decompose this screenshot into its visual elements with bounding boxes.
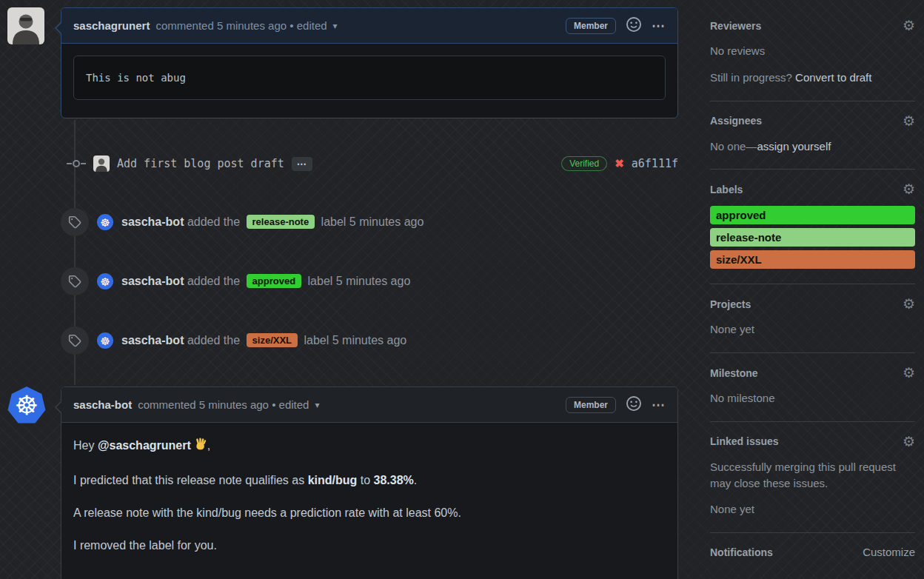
event-badge: [61, 267, 89, 295]
label-chip-release-note[interactable]: release-note: [247, 215, 315, 229]
event-action: added the: [187, 275, 240, 287]
comment-author[interactable]: sascha-bot: [73, 398, 132, 411]
comment-sascha-bot: sascha-bot commented 5 minutes ago • edi…: [61, 386, 678, 579]
kind-bug-bold: kind/bug: [308, 474, 358, 486]
projects-title: Projects: [710, 298, 751, 310]
sidebar-section-reviewers: Reviewers ⚙ No reviews Still in progress…: [710, 19, 915, 101]
comment-meta: commented 5 minutes ago • edited: [138, 398, 309, 411]
commit-author-avatar[interactable]: [93, 155, 110, 172]
event-action: added the: [187, 215, 240, 228]
convert-to-draft-link[interactable]: Convert to draft: [795, 71, 871, 84]
sidebar-section-milestone: Milestone ⚙ No milestone: [710, 353, 915, 422]
label-event-row: ☸ sascha-bot added the approved label 5 …: [61, 267, 678, 295]
comment-paragraph: I removed the label for you.: [73, 539, 666, 552]
sidebar-label-approved[interactable]: approved: [710, 206, 915, 224]
tag-icon: [68, 334, 81, 347]
comment-body: Hey @saschagrunert, I predicted that thi…: [61, 423, 677, 579]
assign-yourself-link[interactable]: assign yourself: [757, 140, 831, 153]
kebab-menu-icon[interactable]: ⋯: [652, 18, 666, 34]
smiley-icon: [626, 17, 641, 32]
reviewers-title: Reviewers: [710, 20, 761, 32]
sidebar-section-labels: Labels ⚙ approved release-note size/XXL: [710, 170, 915, 284]
commit-sha-link[interactable]: a6f111f: [632, 157, 678, 170]
event-badge: [61, 327, 89, 355]
edited-dropdown-caret-icon[interactable]: ▾: [315, 400, 319, 410]
event-suffix: label 5 minutes ago: [308, 275, 411, 287]
comment-header: sascha-bot commented 5 minutes ago • edi…: [61, 387, 677, 423]
gear-icon[interactable]: ⚙: [903, 297, 915, 311]
text: I predicted that this release note quali…: [73, 474, 308, 486]
sidebar-label-size-xxl[interactable]: size/XXL: [710, 250, 915, 269]
avatar-sascha-bot[interactable]: ☸: [97, 214, 113, 230]
comment-paragraph: I predicted that this release note quali…: [73, 474, 666, 487]
label-event-row: ☸ sascha-bot added the release-note labe…: [61, 208, 678, 236]
emoji-reaction-button[interactable]: [626, 396, 641, 413]
person-photo-icon: [7, 7, 44, 44]
linked-issues-empty-text: None yet: [710, 501, 915, 518]
assignees-empty-text: No one—: [710, 140, 757, 153]
tag-icon: [68, 215, 81, 229]
assignees-title: Assignees: [710, 115, 762, 127]
commit-icon: [67, 158, 86, 170]
linked-issues-description: Successfully merging this pull request m…: [710, 459, 915, 492]
customize-link[interactable]: Customize: [863, 546, 915, 558]
pr-sidebar: Reviewers ⚙ No reviews Still in progress…: [710, 19, 915, 573]
text: to: [357, 474, 373, 486]
commit-expander-button[interactable]: ⋯: [292, 157, 312, 171]
sidebar-section-assignees: Assignees ⚙ No one—assign yourself: [710, 101, 915, 170]
comment-header: saschagrunert commented 5 minutes ago • …: [61, 8, 677, 44]
status-failed-x-icon[interactable]: ✖: [615, 157, 624, 170]
text: .: [414, 474, 417, 486]
comment-code-block: This is not abug: [73, 56, 666, 100]
label-chip-approved[interactable]: approved: [247, 274, 302, 288]
comment-paragraph: A release note with the kind/bug needs a…: [73, 506, 666, 520]
gear-icon[interactable]: ⚙: [903, 366, 915, 380]
prediction-rate-bold: 38.38%: [374, 474, 414, 486]
member-badge: Member: [566, 397, 616, 413]
comment-paragraph: Hey @saschagrunert,: [73, 438, 666, 455]
event-actor[interactable]: sascha-bot: [121, 215, 184, 228]
gear-icon[interactable]: ⚙: [903, 182, 915, 196]
avatar-sascha-bot[interactable]: ☸: [97, 332, 113, 349]
milestone-title: Milestone: [710, 367, 758, 379]
text: Hey: [73, 439, 98, 452]
comment-body: This is not abug: [61, 44, 677, 112]
milestone-empty-text: No milestone: [710, 390, 915, 406]
comment-caret: [56, 401, 63, 414]
sidebar-label-release-note[interactable]: release-note: [710, 228, 915, 247]
comment-author[interactable]: saschagrunert: [73, 19, 150, 32]
avatar-sascha-bot[interactable]: ☸: [97, 273, 113, 290]
event-suffix: label 5 minutes ago: [304, 334, 406, 347]
member-badge: Member: [566, 18, 616, 34]
verified-badge[interactable]: Verified: [561, 156, 607, 171]
avatar-saschagrunert[interactable]: [7, 7, 44, 44]
mention-link[interactable]: @saschagrunert: [98, 439, 191, 452]
gear-icon[interactable]: ⚙: [903, 435, 915, 449]
smiley-icon: [626, 396, 641, 411]
event-badge: [61, 208, 89, 236]
avatar-sascha-bot-large[interactable]: ☸: [7, 386, 46, 425]
person-photo-icon: [93, 155, 110, 172]
linked-issues-title: Linked issues: [710, 435, 779, 447]
commit-event-row: Add first blog post draft ⋯ Verified ✖ a…: [61, 151, 678, 176]
kebab-menu-icon[interactable]: ⋯: [652, 397, 666, 413]
edited-dropdown-caret-icon[interactable]: ▾: [333, 21, 338, 31]
emoji-reaction-button[interactable]: [626, 17, 641, 34]
projects-empty-text: None yet: [710, 321, 915, 338]
sidebar-section-linked-issues: Linked issues ⚙ Successfully merging thi…: [710, 422, 915, 533]
reviewers-empty-text: No reviews: [710, 43, 915, 59]
label-chip-size-xxl[interactable]: size/XXL: [247, 333, 298, 347]
commit-message-link[interactable]: Add first blog post draft: [117, 157, 284, 170]
sidebar-section-projects: Projects ⚙ None yet: [710, 284, 915, 353]
sidebar-section-notifications: Notifications Customize: [710, 533, 915, 573]
event-suffix: label 5 minutes ago: [321, 215, 424, 228]
comment-meta: commented 5 minutes ago • edited: [155, 19, 327, 32]
tag-icon: [68, 275, 81, 288]
event-actor[interactable]: sascha-bot: [121, 334, 184, 347]
event-action: added the: [187, 334, 240, 347]
notifications-title: Notifications: [710, 546, 773, 558]
comment-saschagrunert: saschagrunert commented 5 minutes ago • …: [61, 7, 678, 118]
gear-icon[interactable]: ⚙: [903, 114, 915, 128]
event-actor[interactable]: sascha-bot: [121, 275, 184, 287]
gear-icon[interactable]: ⚙: [903, 19, 915, 33]
